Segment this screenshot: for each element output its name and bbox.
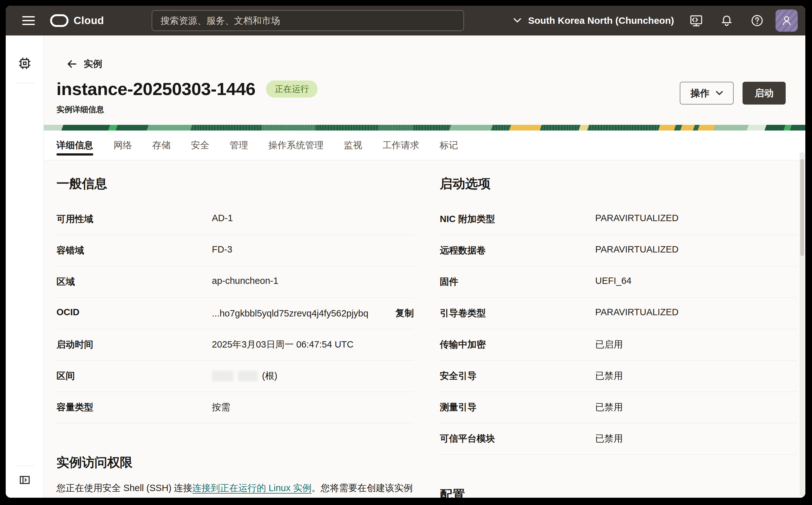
scrollbar-track[interactable]	[800, 152, 805, 496]
left-rail	[6, 35, 44, 498]
compute-chip-icon[interactable]	[18, 57, 31, 70]
region-label: South Korea North (Chuncheon)	[528, 15, 674, 26]
field-label: 启动时间	[56, 338, 212, 351]
header-icons	[689, 14, 764, 28]
tab-details[interactable]: 详细信息	[56, 131, 93, 160]
redacted-text	[238, 371, 257, 381]
row-in-transit-encryption: 传输中加密 已启用	[440, 329, 797, 360]
scrollbar-thumb[interactable]	[800, 159, 804, 256]
person-icon	[780, 14, 793, 27]
main-content: 实例 instance-20250303-1446 正在运行 实例详细信息 操作…	[44, 35, 805, 498]
row-ocid: OCID ...ho7gkbbl5yqld75zrevq4j4fy562pjyb…	[56, 298, 414, 329]
row-remote-data-volume: 远程数据卷 PARAVIRTUALIZED	[440, 235, 797, 267]
field-value: FD-3	[212, 244, 414, 255]
top-header: Cloud South Korea North (Chuncheon)	[6, 6, 805, 35]
field-label: 容量类型	[56, 401, 212, 414]
field-value: (根)	[262, 370, 277, 382]
field-value: AD-1	[212, 213, 414, 223]
user-avatar[interactable]	[776, 9, 798, 32]
field-value: 已禁用	[595, 370, 797, 382]
region-selector[interactable]: South Korea North (Chuncheon)	[513, 15, 674, 26]
field-value: PARAVIRTUALIZED	[595, 244, 797, 255]
field-label: 可信平台模块	[440, 433, 595, 445]
general-info-column: 一般信息 可用性域 AD-1 容错域 FD-3 区域 ap-chuncheon-	[56, 175, 414, 498]
hamburger-menu-icon[interactable]	[22, 16, 35, 25]
field-label: 固件	[440, 276, 595, 288]
redacted-text	[212, 371, 233, 381]
actions-dropdown-button[interactable]: 操作	[680, 82, 734, 105]
tab-management[interactable]: 管理	[230, 131, 248, 160]
field-label: 可用性域	[56, 213, 212, 225]
row-firmware: 固件 UEFI_64	[440, 267, 797, 298]
row-measured-boot: 测量引导 已禁用	[440, 392, 797, 423]
instance-access-text: 您正在使用安全 Shell (SSH) 连接连接到正在运行的 Linux 实例。…	[56, 481, 414, 498]
tab-security[interactable]: 安全	[191, 131, 209, 160]
field-value: 按需	[212, 401, 414, 414]
start-button[interactable]: 启动	[742, 82, 786, 105]
field-value: UEFI_64	[595, 276, 797, 286]
cloud-shell-icon[interactable]	[689, 14, 703, 28]
panel-toggle-icon[interactable]	[19, 474, 30, 486]
row-boot-volume-type: 引导卷类型 PARAVIRTUALIZED	[440, 298, 797, 329]
back-to-instances-link[interactable]: 实例	[66, 58, 102, 70]
configuration-heading: 配置	[440, 486, 797, 498]
field-label: OCID	[56, 307, 212, 317]
field-label: 安全引导	[440, 370, 595, 382]
row-capacity-type: 容量类型 按需	[56, 392, 414, 423]
tab-storage[interactable]: 存储	[152, 131, 170, 160]
oracle-cloud-logo[interactable]: Cloud	[50, 14, 104, 27]
tab-tags[interactable]: 标记	[440, 131, 458, 160]
logo-label: Cloud	[74, 15, 104, 27]
instance-access-heading: 实例访问权限	[56, 454, 414, 471]
row-fault-domain: 容错域 FD-3	[56, 235, 414, 267]
field-label: NIC 附加类型	[440, 213, 595, 225]
row-availability-domain: 可用性域 AD-1	[56, 204, 414, 235]
copy-ocid-link[interactable]: 复制	[395, 307, 414, 320]
row-launch-time: 启动时间 2025年3月03日周一 06:47:54 UTC	[56, 329, 414, 360]
field-value: PARAVIRTUALIZED	[595, 213, 797, 223]
row-secure-boot: 安全引导 已禁用	[440, 360, 797, 392]
tab-monitoring[interactable]: 监视	[344, 131, 362, 160]
status-badge: 正在运行	[266, 80, 318, 98]
row-nic-attachment-type: NIC 附加类型 PARAVIRTUALIZED	[440, 204, 797, 235]
field-value: 2025年3月03日周一 06:47:54 UTC	[212, 338, 414, 351]
connect-linux-instance-link[interactable]: 连接到正在运行的 Linux 实例	[193, 483, 312, 493]
tab-os-management[interactable]: 操作系统管理	[268, 131, 324, 160]
field-label: 区域	[56, 276, 212, 288]
tab-work-requests[interactable]: 工作请求	[382, 131, 419, 160]
field-label: 测量引导	[440, 401, 595, 414]
general-info-heading: 一般信息	[56, 175, 414, 192]
tab-bar: 详细信息 网络 存储 安全 管理 操作系统管理 监视 工作请求 标记	[44, 131, 805, 160]
field-value: 已启用	[595, 338, 797, 351]
field-label: 远程数据卷	[440, 244, 595, 257]
page-subtitle: 实例详细信息	[56, 104, 797, 115]
chevron-down-icon	[513, 18, 521, 23]
field-label: 传输中加密	[440, 338, 595, 351]
rail-divider	[15, 466, 34, 466]
field-value: ap-chuncheon-1	[212, 276, 414, 286]
chevron-down-icon	[716, 91, 723, 96]
back-label: 实例	[84, 58, 102, 70]
row-region: 区域 ap-chuncheon-1	[56, 267, 414, 298]
launch-options-column: 启动选项 NIC 附加类型 PARAVIRTUALIZED 远程数据卷 PARA…	[440, 175, 797, 498]
notifications-bell-icon[interactable]	[720, 14, 734, 28]
field-value: 已禁用	[595, 401, 797, 414]
page-actions: 操作 启动	[680, 82, 786, 105]
tab-networking[interactable]: 网络	[114, 131, 132, 160]
ocid-value: ...ho7gkbbl5yqld75zrevq4j4fy562pjybq	[212, 308, 368, 319]
decorative-banner	[44, 125, 805, 131]
page-head: 实例 instance-20250303-1446 正在运行 实例详细信息 操作…	[44, 35, 805, 115]
row-trusted-platform-module: 可信平台模块 已禁用	[440, 423, 797, 455]
field-value: 已禁用	[595, 433, 797, 445]
row-compartment: 区间 (根)	[56, 360, 414, 392]
app-window: Cloud South Korea North (Chuncheon)	[6, 6, 805, 498]
page-title: instance-20250303-1446	[56, 78, 255, 99]
oracle-o-icon	[50, 14, 69, 27]
back-arrow-icon	[66, 58, 78, 70]
field-label: 区间	[56, 370, 212, 382]
help-icon[interactable]	[750, 14, 764, 28]
field-value: PARAVIRTUALIZED	[595, 307, 797, 317]
instance-access-section: 实例访问权限 您正在使用安全 Shell (SSH) 连接连接到正在运行的 Li…	[56, 454, 414, 498]
search-input[interactable]	[152, 10, 464, 31]
field-label: 容错域	[56, 244, 212, 257]
